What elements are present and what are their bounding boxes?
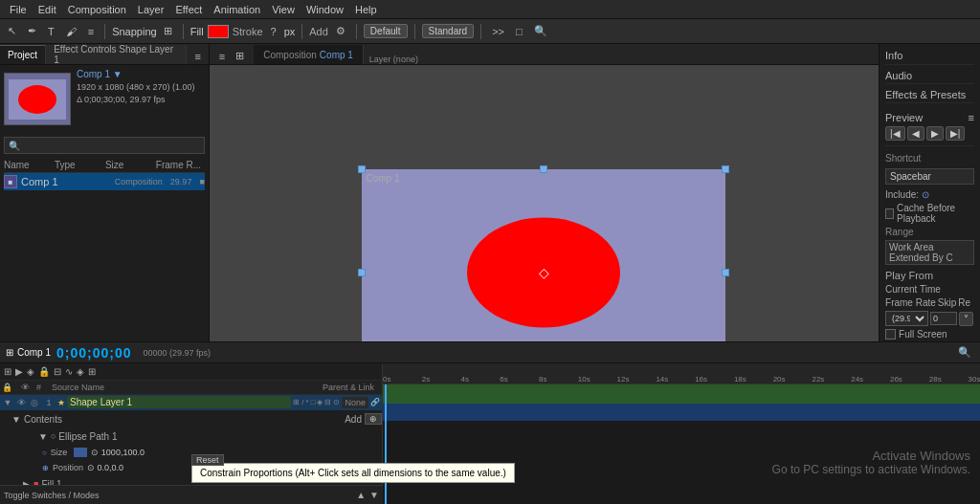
preview-prev[interactable]: ◀ [907, 126, 924, 141]
stroke-info[interactable]: ? [267, 24, 280, 39]
panel-menu-icon[interactable]: ≡ [190, 49, 204, 64]
reset-btn[interactable]: Reset [191, 454, 224, 466]
toolbar-sep-6 [480, 24, 481, 39]
playhead[interactable] [385, 384, 387, 504]
preview-item[interactable]: Preview ≡ |◀ ◀ ▶ ▶| [885, 110, 974, 146]
sw5[interactable]: ◈ [317, 398, 323, 406]
comp-tab-btn1[interactable]: ≡ [215, 49, 229, 64]
green-bar[interactable] [383, 384, 980, 404]
preview-next[interactable]: ▶| [946, 126, 966, 141]
handle-tl[interactable] [358, 165, 366, 173]
menu-file[interactable]: File [4, 4, 33, 15]
sw4[interactable]: □ [311, 398, 316, 406]
layer-expand-arrow[interactable]: ▼ [2, 397, 13, 408]
info-item[interactable]: Info [885, 48, 974, 65]
menu-animation[interactable]: Animation [208, 4, 266, 15]
skip-input[interactable] [930, 312, 957, 325]
menu-layer[interactable]: Layer [132, 4, 170, 15]
sw2[interactable]: / [301, 398, 303, 406]
tl-bottom-icon1[interactable]: ▲ [356, 490, 366, 500]
layer-star[interactable]: ★ [57, 398, 65, 407]
fullscreen-checkbox[interactable] [885, 329, 896, 340]
comp-tab-btn2[interactable]: ⊞ [232, 48, 248, 64]
menu-effect[interactable]: Effect [169, 4, 208, 15]
layer-solo[interactable]: ◎ [29, 397, 40, 408]
tl-controls-bar: ⊞ ▶ ◈ 🔒 ⊟ ∿ ◈ ⊞ [0, 363, 382, 381]
contents-arrow[interactable]: ▼ [11, 414, 21, 425]
comp-name-display[interactable]: Comp 1 ▼ [77, 69, 195, 79]
comp-tab-name: Comp 1 [320, 50, 353, 60]
tl-graph[interactable]: ∿ [65, 366, 73, 377]
more-tools[interactable]: ≡ [84, 24, 98, 39]
tl-bottom-icon2[interactable]: ▼ [369, 490, 379, 500]
menu-edit[interactable]: Edit [33, 4, 62, 15]
tl-grid[interactable]: ⊟ [54, 366, 61, 377]
select-tool[interactable]: ↖ [4, 23, 20, 39]
parent-none[interactable]: None [342, 397, 368, 408]
handle-tm[interactable] [540, 165, 547, 173]
audio-item[interactable]: Audio [885, 68, 974, 84]
ellipse-arrow[interactable]: ▼ [38, 431, 48, 442]
size-value[interactable]: ⊙ 1000,100.0 [91, 448, 145, 457]
tl-lock[interactable]: 🔒 [38, 366, 50, 377]
blue-bar[interactable] [383, 404, 980, 421]
row-comp-name: Comp 1 [21, 176, 58, 187]
range-value[interactable]: Work Area Extended By C [885, 240, 974, 265]
layer-name[interactable]: Shape Layer 1 [67, 396, 291, 408]
default-btn[interactable]: Default [364, 24, 408, 38]
brush-tool[interactable]: 🖌 [62, 24, 80, 39]
position-value[interactable]: ⊙ 0.0,0.0 [87, 463, 123, 472]
tl-more-2[interactable]: ⊞ [88, 366, 96, 377]
menu-help[interactable]: Help [349, 4, 383, 15]
tl-marker[interactable]: ◈ [27, 366, 34, 377]
fps-select[interactable]: (29.97) [885, 311, 928, 326]
tl-search-btn[interactable]: 🔍 [955, 345, 974, 360]
col-parent: Parent & Link [323, 383, 380, 392]
comp-tab-main[interactable]: Composition Comp 1 [254, 45, 364, 64]
parent-dropdown[interactable]: ⊙ [333, 398, 340, 406]
handle-ml[interactable] [358, 269, 366, 276]
current-time-label[interactable]: Current Time [885, 284, 974, 295]
pen-tool[interactable]: ✒ [24, 23, 40, 39]
preview-first[interactable]: |◀ [885, 126, 905, 141]
preview-play[interactable]: ▶ [926, 126, 944, 141]
tl-expand[interactable]: ⊞ [4, 366, 11, 377]
search-btn[interactable]: 🔍 [530, 23, 551, 39]
toolbar-sep-4 [356, 24, 357, 39]
col-solo: # [36, 383, 48, 392]
parent-link-icon[interactable]: 🔗 [370, 398, 380, 406]
text-tool[interactable]: T [44, 24, 58, 39]
menu-window[interactable]: Window [301, 4, 349, 15]
tl-more-1[interactable]: ◈ [77, 366, 84, 377]
preview-menu-icon[interactable]: ≡ [969, 112, 974, 123]
add-gear[interactable]: ⚙ [332, 23, 349, 39]
standard-btn[interactable]: Standard [422, 24, 475, 38]
timeline-tab-comp[interactable]: ⊞ Comp 1 [6, 347, 51, 358]
timeline-timecode[interactable]: 0;00;00;00 [56, 345, 132, 361]
tab-project[interactable]: Project [0, 45, 46, 64]
layer-row-1[interactable]: ▼ 👁 ◎ 1 ★ Shape Layer 1 ⊞ / * □ ◈ ⊟ ⊙ No… [0, 395, 382, 410]
project-row-comp1[interactable]: ■ Comp 1 Composition 29.97 ■ [4, 173, 205, 190]
sw6[interactable]: ⊟ [324, 398, 331, 406]
fps-chevron[interactable]: ˅ [959, 312, 973, 326]
sw1[interactable]: ⊞ [293, 398, 300, 406]
sw3[interactable]: * [306, 398, 309, 406]
toggle-switches-btn[interactable]: Toggle Switches / Modes [4, 491, 100, 500]
icon-btn-1[interactable]: □ [512, 24, 526, 39]
tl-play-ctrl[interactable]: ▶ [15, 366, 23, 377]
shortcut-value[interactable]: Spacebar [885, 168, 974, 185]
handle-tr[interactable] [722, 165, 729, 173]
fill-color[interactable] [208, 25, 229, 38]
size-link-icon[interactable] [74, 448, 87, 457]
handle-mr[interactable] [722, 269, 729, 276]
layer-eye[interactable]: 👁 [15, 397, 27, 408]
effects-item[interactable]: Effects & Presets [885, 87, 974, 103]
snapping-toggle[interactable]: ⊞ [160, 23, 176, 39]
tab-effect-controls[interactable]: Effect Controls Shape Layer 1 [46, 45, 187, 64]
add-btn-tl[interactable]: ⊕ [365, 413, 382, 425]
more-options[interactable]: >> [488, 24, 508, 39]
menu-composition[interactable]: Composition [62, 4, 132, 15]
cache-checkbox[interactable] [885, 208, 894, 219]
project-search[interactable] [4, 137, 205, 154]
menu-view[interactable]: View [266, 4, 301, 15]
